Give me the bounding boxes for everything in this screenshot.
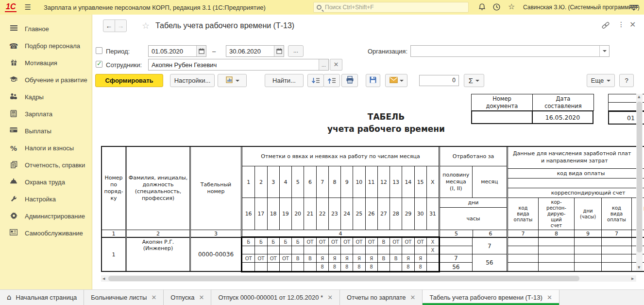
half1-days-cell[interactable] xyxy=(440,238,472,246)
sidebar-item-settings[interactable]: Настройка xyxy=(0,191,92,208)
hours-cell[interactable] xyxy=(340,246,353,254)
period-from-field[interactable]: 01.05.2020 xyxy=(148,45,206,57)
attendance-mark-cell[interactable]: ОТ xyxy=(390,238,402,246)
hours-cell[interactable] xyxy=(267,246,279,254)
hours-cell[interactable] xyxy=(291,246,304,254)
vertical-scrollbar[interactable]: ▲ ▼ xyxy=(636,94,643,270)
attendance-mark-cell[interactable]: ОТ xyxy=(402,238,414,246)
attendance-mark-cell[interactable]: ОТ xyxy=(328,238,340,246)
pay-data-cell[interactable] xyxy=(575,246,601,254)
employees-value[interactable]: Акопян Рубен Гезевич xyxy=(149,61,319,69)
worked-month-header-cell[interactable]: месяц xyxy=(472,166,507,197)
hours-cell[interactable] xyxy=(279,246,291,254)
day-number-cell[interactable]: 31 xyxy=(426,198,439,230)
chevron-down-icon[interactable] xyxy=(599,46,609,56)
scroll-down-icon[interactable]: ▼ xyxy=(638,266,640,269)
hours-cell[interactable] xyxy=(390,263,402,271)
hours-cell[interactable] xyxy=(304,246,316,254)
hours-cell[interactable] xyxy=(316,246,328,254)
scroll-right-icon[interactable]: ▶ xyxy=(631,277,634,281)
autosum-button[interactable]: Σ xyxy=(464,74,484,87)
hours-cell[interactable] xyxy=(390,246,402,254)
pay-column-header-cell[interactable]: код вида оплаты xyxy=(508,198,538,230)
hours-cell[interactable] xyxy=(267,263,279,271)
sidebar-item-recruiting[interactable]: ☎ Подбор персонала xyxy=(0,37,92,54)
pay-data-cell[interactable] xyxy=(508,254,538,263)
day-number-cell[interactable]: 28 xyxy=(390,198,402,230)
attendance-mark-cell[interactable]: Я xyxy=(402,254,414,262)
tab-close-icon[interactable]: ✕ xyxy=(199,294,204,301)
col1-header-cell[interactable]: Номер по поряд- ку xyxy=(102,147,125,230)
attendance-mark-cell[interactable]: В xyxy=(304,254,316,262)
tab-close-icon[interactable]: ✕ xyxy=(151,294,156,301)
hours-cell[interactable] xyxy=(365,246,377,254)
day-number-cell[interactable]: 13 xyxy=(390,166,402,197)
attendance-mark-cell[interactable]: ОТ xyxy=(365,238,377,246)
pay-data-cell[interactable] xyxy=(602,238,631,246)
hours-cell[interactable] xyxy=(304,263,316,271)
pay-data-cell[interactable] xyxy=(602,263,631,271)
day-number-cell[interactable]: 20 xyxy=(291,198,304,230)
sidebar-item-labor-safety[interactable]: Охрана труда xyxy=(0,174,92,191)
day-number-cell[interactable]: 21 xyxy=(304,198,316,230)
marks-group-header-cell[interactable]: Отметки о явках и неявках на работу по ч… xyxy=(242,147,439,166)
day-number-cell[interactable]: 9 xyxy=(340,166,353,197)
pay-data-cell[interactable] xyxy=(539,246,574,254)
hours-cell[interactable]: 8 xyxy=(316,263,328,271)
day-number-cell[interactable]: X xyxy=(426,166,439,197)
scroll-left-icon[interactable]: ◀ xyxy=(102,277,105,281)
period-more-button[interactable]: ... xyxy=(288,45,304,57)
hours-cell[interactable]: 8 xyxy=(353,263,365,271)
generate-button[interactable]: Сформировать xyxy=(95,74,163,87)
worked-half-header-cell[interactable]: половину месяца (I, II) xyxy=(440,166,472,197)
pay-data-cell[interactable] xyxy=(508,263,538,271)
day-number-cell[interactable]: 2 xyxy=(254,166,267,197)
sidebar-item-administration[interactable]: Администрирование xyxy=(0,208,92,225)
organization-combobox[interactable] xyxy=(410,45,610,57)
hours-cell[interactable] xyxy=(242,246,254,254)
hours-cell[interactable]: 8 xyxy=(328,263,340,271)
day-number-cell[interactable]: 12 xyxy=(377,166,390,197)
attendance-mark-cell[interactable]: Я xyxy=(353,254,365,262)
column-index-cell[interactable]: 5 xyxy=(440,230,473,237)
month-days-cell[interactable]: 7 xyxy=(473,238,507,254)
sidebar-item-training[interactable]: Обучение и развитие xyxy=(0,72,92,89)
calendar-icon[interactable] xyxy=(274,46,284,56)
global-search-input[interactable]: Поиск Ctrl+Shift+F xyxy=(313,2,469,13)
day-number-cell[interactable]: 5 xyxy=(291,166,304,197)
pay-code-label-cell[interactable]: код вида оплаты xyxy=(508,169,644,179)
history-icon[interactable] xyxy=(492,3,501,12)
close-icon[interactable]: ✕ xyxy=(629,20,636,29)
doc-number-value-cell[interactable] xyxy=(471,110,533,124)
hours-cell[interactable] xyxy=(242,263,254,271)
day-number-cell[interactable]: 23 xyxy=(328,198,340,230)
pay-data-cell[interactable] xyxy=(602,254,631,263)
attendance-mark-cell[interactable]: Я xyxy=(316,254,328,262)
tab-salary-reports[interactable]: Отчеты по зарплате ✕ xyxy=(340,290,423,305)
column-index-cell[interactable]: 6 xyxy=(473,230,508,237)
back-button[interactable]: ← xyxy=(103,19,115,32)
hours-cell[interactable] xyxy=(279,263,291,271)
employees-field[interactable]: Акопян Рубен Гезевич ... xyxy=(148,59,329,71)
tab-home[interactable]: ⌂ Начальная страница xyxy=(0,290,84,305)
pay-column-header-cell[interactable]: дни (часы) xyxy=(574,198,601,230)
attendance-mark-cell[interactable]: Б xyxy=(291,238,304,246)
attendance-mark-cell[interactable]: ОТ xyxy=(279,254,291,262)
attendance-mark-cell[interactable]: ОТ xyxy=(304,238,316,246)
day-number-cell[interactable]: 4 xyxy=(279,166,291,197)
email-button[interactable] xyxy=(385,74,407,87)
column-index-cell[interactable]: 7 xyxy=(601,230,631,237)
expand-groups-icon[interactable] xyxy=(307,74,324,87)
attendance-mark-cell[interactable]: Я xyxy=(365,254,377,262)
sidebar-item-main[interactable]: Главное xyxy=(0,20,92,37)
pay-data-cell[interactable] xyxy=(508,238,538,246)
attendance-mark-cell[interactable]: Б xyxy=(242,238,254,246)
pay-account-label-cell[interactable]: корреспондирующий счет xyxy=(508,188,644,198)
attendance-mark-cell[interactable]: В xyxy=(377,254,390,262)
half2-hours-cell[interactable]: 56 xyxy=(440,263,472,271)
column-index-cell[interactable]: 1 xyxy=(102,230,125,237)
attendance-mark-cell[interactable]: В xyxy=(291,254,304,262)
doc-date-value-cell[interactable]: 16.05.2020 xyxy=(532,110,593,124)
day-number-cell[interactable]: 29 xyxy=(402,198,414,230)
attendance-mark-cell[interactable]: ОТ xyxy=(316,238,328,246)
